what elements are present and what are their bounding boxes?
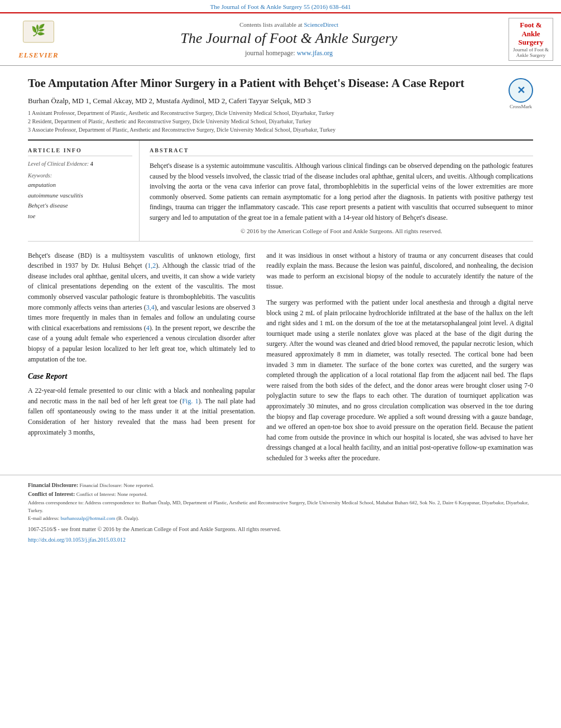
- right-para-1: and it was insidious in onset without a …: [266, 250, 533, 292]
- email-link[interactable]: burhanozalp@hotmail.com: [60, 515, 115, 521]
- header-area: 🌿 ELSEVIER Contents lists available at S…: [0, 12, 561, 66]
- svg-text:🌿: 🌿: [32, 23, 46, 37]
- abstract-section: ABSTRACT Behçet's disease is a systemic …: [140, 141, 533, 241]
- article-info: ARTICLE INFO Level of Clinical Evidence:…: [28, 141, 140, 241]
- article-body: ARTICLE INFO Level of Clinical Evidence:…: [0, 139, 561, 469]
- case-paragraph: A 22-year-old female presented to our cl…: [28, 385, 255, 437]
- abstract-label: ABSTRACT: [150, 147, 533, 156]
- bottom-copyright: 1067-2516/$ - see front matter © 2016 by…: [0, 523, 561, 537]
- affiliations: 1 Assistant Professor, Department of Pla…: [28, 109, 533, 134]
- homepage-url[interactable]: www.jfas.org: [297, 49, 333, 57]
- affil-3: 3 Associate Professor, Department of Pla…: [28, 126, 533, 134]
- main-columns: Behçet's disease (BD) is a multisystem v…: [28, 250, 533, 469]
- journal-citation-link[interactable]: The Journal of Foot & Ankle Surgery 55 (…: [210, 3, 351, 10]
- elsevier-brand-text: ELSEVIER: [18, 51, 59, 60]
- info-abstract-row: ARTICLE INFO Level of Clinical Evidence:…: [28, 139, 533, 242]
- keywords-list: amputation autoimmune vasculitis Behçet'…: [28, 180, 132, 221]
- logo-sub: Journal of Foot & Ankle Surgery: [511, 47, 550, 58]
- left-column: Behçet's disease (BD) is a multisystem v…: [28, 250, 255, 469]
- journal-title: The Journal of Foot & Ankle Surgery: [69, 30, 509, 47]
- level-label: Level of Clinical Evidence: 4: [28, 161, 132, 167]
- right-para-2: The surgery was performed with the patie…: [266, 297, 533, 464]
- contents-line: Contents lists available at ScienceDirec…: [69, 21, 509, 28]
- address-footnote: Address correspondence to: Address corre…: [28, 499, 533, 515]
- header-center: Contents lists available at ScienceDirec…: [69, 21, 509, 57]
- case-report-heading: Case Report: [28, 372, 255, 381]
- abstract-copyright: © 2016 by the American College of Foot a…: [150, 228, 533, 234]
- logo-title: Foot &AnkleSurgery: [519, 21, 544, 47]
- financial-disclosure: Financial Disclosure: Financial Disclosu…: [28, 481, 533, 490]
- footer-notes: Financial Disclosure: Financial Disclosu…: [0, 475, 561, 523]
- top-link-bar: The Journal of Foot & Ankle Surgery 55 (…: [0, 0, 561, 12]
- article-info-label: ARTICLE INFO: [28, 147, 132, 156]
- sciencedirect-link[interactable]: ScienceDirect: [304, 21, 338, 28]
- journal-homepage: journal homepage: www.jfas.org: [69, 49, 509, 57]
- email-suffix: (B. Özalp).: [117, 515, 139, 521]
- elsevier-tree-icon: 🌿: [16, 18, 61, 49]
- affil-1: 1 Assistant Professor, Department of Pla…: [28, 109, 533, 117]
- email-label: E-mail address:: [28, 515, 59, 521]
- journal-logo-box: Foot &AnkleSurgery Journal of Foot & Ank…: [509, 18, 553, 61]
- conflict-of-interest: Conflict of Interest: Conflict of Intere…: [28, 490, 533, 499]
- intro-paragraph: Behçet's disease (BD) is a multisystem v…: [28, 250, 255, 365]
- abstract-text: Behçet's disease is a systemic autoimmun…: [150, 161, 533, 223]
- email-footnote: E-mail address: burhanozalp@hotmail.com …: [28, 514, 533, 522]
- page: The Journal of Foot & Ankle Surgery 55 (…: [0, 0, 561, 728]
- article-main-title: Toe Amputation After Minor Surgery in a …: [28, 76, 533, 91]
- article-title-section: ✕ CrossMark Toe Amputation After Minor S…: [0, 66, 561, 139]
- authors-line: Burhan Özalp, MD 1, Cemal Akcay, MD 2, M…: [28, 97, 533, 105]
- right-column: and it was insidious in onset without a …: [266, 250, 533, 469]
- keywords-label: Keywords:: [28, 172, 132, 179]
- crossmark: ✕ CrossMark: [509, 78, 533, 109]
- elsevier-logo: 🌿 ELSEVIER: [8, 18, 69, 60]
- doi-link[interactable]: http://dx.doi.org/10.1053/j.jfas.2015.03…: [28, 537, 126, 543]
- bottom-doi: http://dx.doi.org/10.1053/j.jfas.2015.03…: [0, 537, 561, 548]
- crossmark-icon: ✕: [509, 78, 533, 103]
- affil-2: 2 Resident, Department of Plastic, Aesth…: [28, 117, 533, 126]
